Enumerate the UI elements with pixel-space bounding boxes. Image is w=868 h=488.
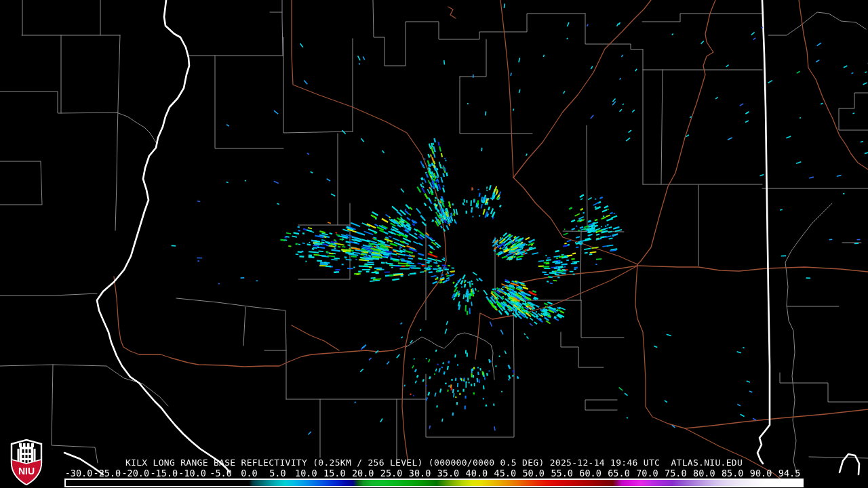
colorbar-tick-label: -25.0: [94, 469, 121, 478]
colorbar-tick-label: -10.0: [178, 469, 206, 478]
colorbar-tick-label: 85.0: [722, 469, 744, 478]
colorbar-gradient: [66, 480, 802, 486]
colorbar-tick-label: 94.5: [778, 469, 801, 478]
colorbar-tick-label: 80.0: [693, 469, 715, 478]
colorbar-tick-label: 0.0: [241, 469, 257, 478]
colorbar-tick-label: 5.0: [269, 469, 285, 478]
product-title: KILX LONG RANGE BASE REFLECTIVITY (0.25K…: [0, 458, 868, 468]
colorbar-tick-label: -20.0: [121, 469, 149, 478]
colorbar-tick-label: 35.0: [437, 469, 460, 478]
colorbar-tick-label: 10.0: [295, 469, 317, 478]
colorbar-tick-label: 30.0: [409, 469, 431, 478]
colorbar-tick-label: 50.0: [522, 469, 545, 478]
colorbar-tick-label: 20.0: [352, 469, 374, 478]
colorbar-tick-label: 75.0: [665, 469, 687, 478]
colorbar-tick-label: 60.0: [579, 469, 601, 478]
colorbar-tick-label: 90.0: [750, 469, 772, 478]
colorbar-scale-labels: -30.0-25.0-20.0-15.0-10.0-5.00.05.010.01…: [0, 469, 868, 478]
colorbar-tick-label: 55.0: [551, 469, 573, 478]
niu-logo-shield: NIU: [10, 439, 43, 485]
colorbar-tick-label: 15.0: [323, 469, 346, 478]
reflectivity-colorbar: [64, 479, 804, 487]
colorbar-tick-label: -15.0: [150, 469, 178, 478]
colorbar-tick-label: -30.0: [65, 469, 93, 478]
colorbar-tick-label: 70.0: [636, 469, 658, 478]
niu-logo-text: NIU: [18, 466, 35, 476]
colorbar-tick-label: 40.0: [466, 469, 488, 478]
niu-logo: NIU: [10, 439, 43, 485]
colorbar-tick-label: -5.0: [210, 469, 232, 478]
colorbar-tick-label: 65.0: [608, 469, 630, 478]
radar-map-canvas: [0, 0, 868, 488]
colorbar-tick-label: 25.0: [380, 469, 403, 478]
colorbar-tick-label: 45.0: [494, 469, 517, 478]
